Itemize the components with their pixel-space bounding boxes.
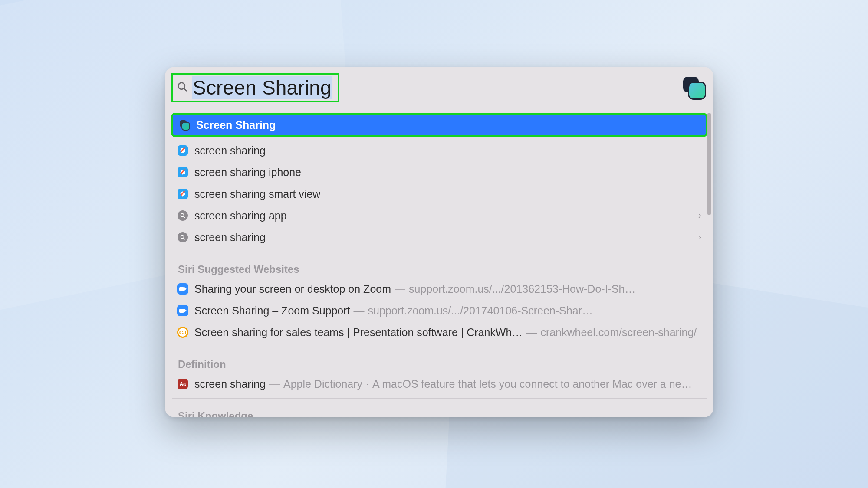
- search-icon: [176, 81, 188, 95]
- zoom-icon: [177, 305, 188, 316]
- section-header-knowledge: Siri Knowledge: [171, 402, 707, 417]
- spotlight-window: Screen Sharing Screen Sharing screen sha…: [165, 67, 713, 417]
- result-title: Screen sharing for sales teams | Present…: [194, 326, 523, 339]
- definition-source: Apple Dictionary: [283, 378, 362, 390]
- definition-body: A macOS feature that lets you connect to…: [372, 378, 692, 390]
- result-website[interactable]: CJ Screen sharing for sales teams | Pres…: [171, 321, 707, 343]
- section-header-definition: Definition: [171, 350, 707, 373]
- separator: —: [395, 283, 405, 295]
- search-row: Screen Sharing: [165, 67, 713, 108]
- divider: [172, 398, 707, 399]
- result-suggestion[interactable]: screen sharing: [171, 140, 707, 161]
- result-url: support.zoom.us/.../201362153-How-Do-I-S…: [409, 283, 635, 295]
- safari-icon: [177, 145, 188, 156]
- safari-icon: [177, 188, 188, 200]
- separator: —: [526, 326, 537, 339]
- crankwheel-icon: CJ: [177, 327, 188, 338]
- result-title: Screen Sharing – Zoom Support: [194, 305, 350, 317]
- screen-sharing-icon: [179, 119, 190, 131]
- svg-line-3: [184, 216, 185, 218]
- results-list: Screen Sharing screen sharing screen sha…: [165, 108, 713, 417]
- svg-line-1: [184, 88, 187, 91]
- result-definition[interactable]: Aa screen sharing — Apple Dictionary · A…: [171, 373, 707, 395]
- divider: [172, 252, 707, 252]
- result-label: screen sharing: [194, 231, 266, 244]
- section-header-websites: Siri Suggested Websites: [171, 255, 707, 278]
- result-url: support.zoom.us/.../201740106-Screen-Sha…: [368, 305, 593, 317]
- result-url: crankwheel.com/screen-sharing/: [540, 326, 697, 339]
- result-website[interactable]: Sharing your screen or desktop on Zoom —…: [171, 278, 707, 300]
- result-label: screen sharing: [194, 144, 266, 157]
- screen-sharing-icon: [683, 77, 705, 98]
- siri-search-icon: [177, 232, 188, 243]
- divider: [172, 347, 707, 347]
- search-input-highlight: Screen Sharing: [171, 73, 339, 102]
- search-input[interactable]: Screen Sharing: [192, 76, 332, 99]
- result-website[interactable]: Screen Sharing – Zoom Support — support.…: [171, 300, 707, 321]
- result-label: screen sharing app: [194, 210, 287, 222]
- dictionary-icon: Aa: [177, 378, 188, 390]
- scrollbar[interactable]: [707, 113, 711, 215]
- result-suggestion[interactable]: screen sharing smart view: [171, 183, 707, 205]
- separator: —: [269, 378, 280, 390]
- result-suggestion[interactable]: screen sharing app ›: [171, 205, 707, 226]
- definition-term: screen sharing: [194, 378, 266, 390]
- result-suggestion[interactable]: screen sharing ›: [171, 226, 707, 248]
- chevron-right-icon: ›: [698, 210, 701, 221]
- chevron-right-icon: ›: [698, 232, 701, 243]
- svg-line-5: [184, 238, 185, 239]
- result-label: screen sharing smart view: [194, 188, 320, 200]
- result-suggestion[interactable]: screen sharing iphone: [171, 161, 707, 183]
- result-label: Screen Sharing: [196, 119, 276, 131]
- siri-search-icon: [177, 210, 188, 221]
- result-label: screen sharing iphone: [194, 166, 301, 179]
- separator-dot: ·: [366, 378, 369, 390]
- separator: —: [354, 305, 365, 317]
- zoom-icon: [177, 283, 188, 295]
- safari-icon: [177, 167, 188, 178]
- result-top-hit[interactable]: Screen Sharing: [171, 113, 707, 137]
- top-hit-app-icon: [683, 77, 705, 98]
- result-title: Sharing your screen or desktop on Zoom: [194, 283, 391, 295]
